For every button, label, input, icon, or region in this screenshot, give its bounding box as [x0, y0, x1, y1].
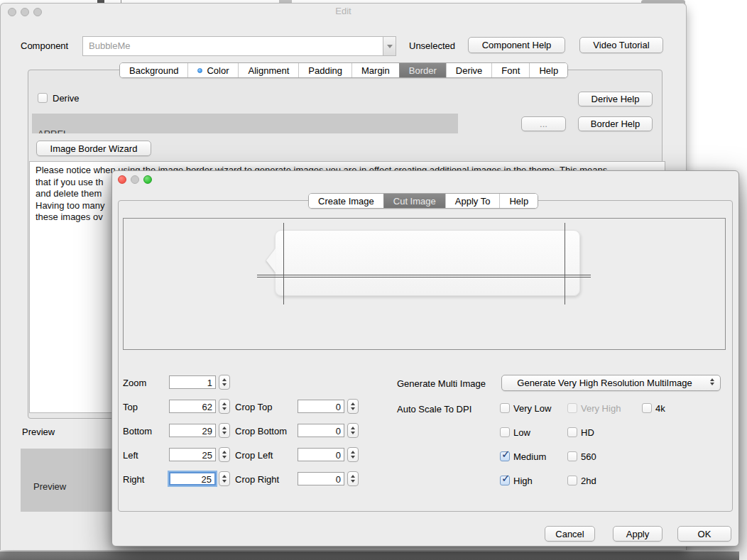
- cut-guide-top[interactable]: [257, 275, 591, 275]
- high-checkbox[interactable]: ✓: [500, 476, 510, 485]
- tab-color[interactable]: Color: [187, 63, 238, 77]
- hd-checkbox[interactable]: [567, 427, 577, 437]
- field-label-left: Left: [123, 450, 138, 461]
- very-low-checkbox[interactable]: [500, 403, 510, 413]
- 4k-checkbox-label: 4k: [655, 403, 665, 414]
- stepper-up-icon[interactable]: [351, 451, 355, 454]
- hd-checkbox-label: HD: [581, 427, 594, 438]
- stepper-up-icon[interactable]: [351, 475, 355, 478]
- derive-checkbox-label: Derive: [53, 93, 80, 104]
- tab-help[interactable]: Help: [529, 63, 567, 77]
- tab-font[interactable]: Font: [491, 63, 529, 77]
- tab-cut-image[interactable]: Cut Image: [383, 194, 445, 208]
- cut-guide-bottom[interactable]: [257, 277, 591, 278]
- stepper-down-icon[interactable]: [351, 456, 355, 459]
- updown-arrows-icon: [710, 378, 714, 385]
- generate-multi-image-select[interactable]: Generate Very High Resolution MultiImage: [501, 375, 721, 391]
- component-combobox[interactable]: BubbleMe: [82, 36, 383, 56]
- stepper-up-icon[interactable]: [222, 427, 227, 429]
- zoom-window-icon[interactable]: [33, 8, 42, 16]
- component-label: Component: [21, 40, 68, 51]
- zoom-stepper[interactable]: [219, 375, 230, 390]
- border-image-selector[interactable]: ARREL: [32, 114, 458, 133]
- derive-help-button[interactable]: Derive Help: [578, 92, 653, 106]
- image-border-wizard-button[interactable]: Image Border Wizard: [36, 141, 151, 156]
- 560-checkbox[interactable]: [567, 451, 577, 461]
- tab-border[interactable]: Border: [399, 63, 446, 77]
- stepper-down-icon[interactable]: [222, 456, 227, 459]
- stepper-down-icon[interactable]: [351, 432, 355, 434]
- zoom-window-icon[interactable]: [143, 175, 152, 184]
- left-input[interactable]: 25: [169, 448, 216, 461]
- stepper-up-icon[interactable]: [222, 378, 227, 381]
- close-icon[interactable]: [8, 8, 16, 16]
- tab-alignment[interactable]: Alignment: [238, 63, 298, 77]
- 4k-checkbox[interactable]: [642, 403, 652, 413]
- stepper-up-icon[interactable]: [222, 475, 227, 478]
- ok-button[interactable]: OK: [677, 526, 731, 542]
- 2hd-checkbox[interactable]: [567, 476, 577, 485]
- right-stepper[interactable]: [219, 471, 230, 486]
- stepper-down-icon[interactable]: [351, 407, 355, 410]
- low-checkbox[interactable]: [500, 427, 510, 437]
- tab-background[interactable]: Background: [120, 63, 187, 77]
- crop-left-input[interactable]: 0: [298, 448, 344, 461]
- crop-left-stepper[interactable]: [347, 447, 359, 462]
- left-stepper[interactable]: [219, 447, 230, 462]
- tab-create-image[interactable]: Create Image: [309, 194, 383, 208]
- bubble-tail: [266, 248, 276, 273]
- tab-label: Create Image: [318, 196, 374, 207]
- stepper-up-icon[interactable]: [222, 451, 227, 454]
- wizard-tabbar: Create ImageCut ImageApply ToHelp: [308, 193, 538, 209]
- top-stepper[interactable]: [219, 399, 230, 414]
- zoom-input[interactable]: 1: [169, 375, 216, 389]
- close-icon[interactable]: [118, 175, 126, 184]
- field-label-right: Right: [123, 474, 144, 485]
- background-window-bottom-edge: [0, 551, 739, 560]
- medium-checkbox[interactable]: ✓: [500, 451, 510, 461]
- tab-margin[interactable]: Margin: [351, 63, 399, 77]
- tab-padding[interactable]: Padding: [298, 63, 351, 77]
- crop-right-stepper[interactable]: [347, 471, 359, 486]
- stepper-up-icon[interactable]: [222, 402, 227, 405]
- minimize-icon[interactable]: [131, 175, 139, 184]
- browse-ellipsis-button[interactable]: ...: [521, 116, 566, 131]
- top-input[interactable]: 62: [169, 400, 216, 413]
- derive-checkbox[interactable]: [38, 93, 48, 103]
- stepper-up-icon[interactable]: [351, 427, 355, 429]
- generate-multi-image-value: Generate Very High Resolution MultiImage: [517, 378, 692, 388]
- stepper-down-icon[interactable]: [222, 480, 227, 483]
- checkmark-icon: ✓: [501, 448, 511, 461]
- tab-help[interactable]: Help: [499, 194, 538, 208]
- minimize-icon[interactable]: [21, 8, 29, 16]
- crop-top-input[interactable]: 0: [298, 400, 344, 413]
- color-dot-icon: [197, 68, 202, 73]
- crop-top-stepper[interactable]: [347, 399, 359, 414]
- stepper-down-icon[interactable]: [222, 432, 227, 434]
- cancel-button[interactable]: Cancel: [545, 526, 595, 542]
- bottom-input[interactable]: 29: [169, 424, 216, 437]
- border-help-button[interactable]: Border Help: [578, 116, 653, 131]
- stepper-down-icon[interactable]: [222, 407, 227, 410]
- field-label-top: Top: [123, 402, 138, 412]
- bottom-stepper[interactable]: [219, 423, 230, 438]
- apply-button[interactable]: Apply: [613, 526, 663, 542]
- cut-guide-right[interactable]: [565, 223, 565, 304]
- stepper-up-icon[interactable]: [351, 402, 355, 405]
- field-label-crop-top: Crop Top: [235, 402, 273, 412]
- video-tutorial-button[interactable]: Video Tutorial: [579, 37, 663, 53]
- crop-bottom-stepper[interactable]: [347, 423, 359, 438]
- crop-right-input[interactable]: 0: [298, 472, 344, 485]
- stepper-down-icon[interactable]: [222, 383, 227, 386]
- tab-derive[interactable]: Derive: [446, 63, 492, 77]
- generate-multi-image-label: Generate Multi Image: [397, 378, 486, 389]
- tab-apply-to[interactable]: Apply To: [445, 194, 500, 208]
- chevron-down-icon: [387, 45, 393, 48]
- component-help-button[interactable]: Component Help: [468, 37, 565, 53]
- right-input[interactable]: 25: [169, 472, 216, 485]
- cut-guide-left[interactable]: [283, 223, 284, 304]
- crop-bottom-input[interactable]: 0: [298, 424, 344, 437]
- stepper-down-icon[interactable]: [351, 480, 355, 483]
- component-combobox-arrow-button[interactable]: [383, 36, 396, 56]
- 560-checkbox-label: 560: [581, 451, 596, 462]
